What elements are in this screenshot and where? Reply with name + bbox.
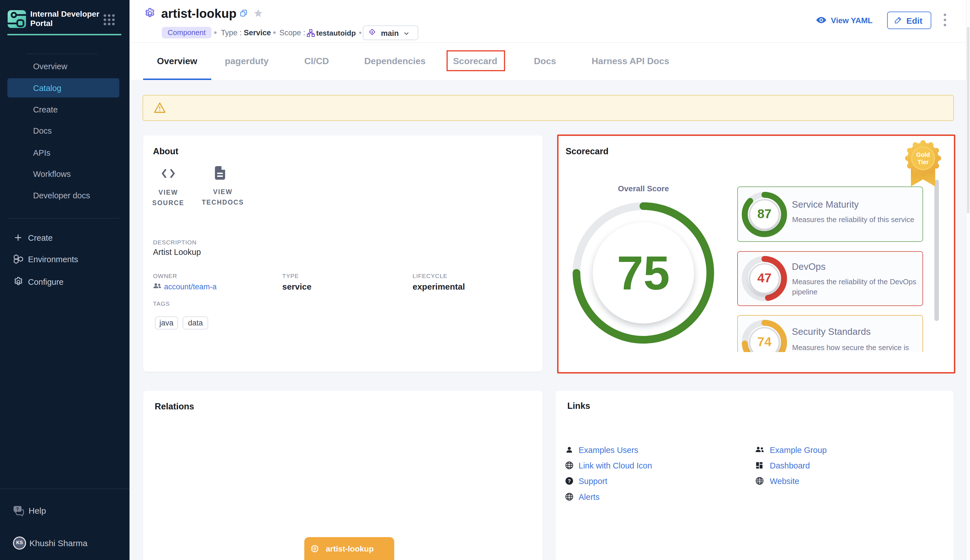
svg-text:Tier: Tier: [917, 159, 929, 165]
svg-text:Gold: Gold: [916, 152, 930, 158]
svg-text:?: ?: [568, 478, 571, 484]
svg-text:?: ?: [16, 507, 19, 512]
